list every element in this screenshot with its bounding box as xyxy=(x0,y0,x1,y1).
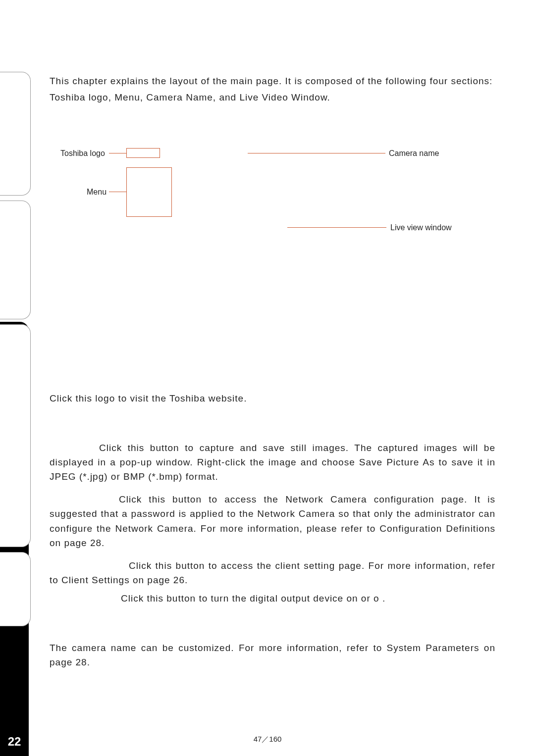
snapshot-desc: Click this button to capture and save st… xyxy=(50,441,495,484)
diagram-label-menu: Menu xyxy=(87,188,107,197)
intro-para-2: Toshiba logo, Menu, Camera Name, and Liv… xyxy=(50,91,495,105)
document-page: 22 This chapter explains the layout of t… xyxy=(0,0,535,756)
side-tab-4 xyxy=(0,552,31,626)
page-number: 22 xyxy=(8,735,21,749)
side-tab-3 xyxy=(0,324,31,547)
logo-desc: Click this logo to visit the Toshiba web… xyxy=(50,392,495,406)
camera-name-desc: The camera name can be customized. For m… xyxy=(50,641,495,670)
digital-out-desc: Click this button to turn the digital ou… xyxy=(50,591,495,605)
side-tab-1 xyxy=(0,72,31,196)
snapshot-text: Click this button to capture and save st… xyxy=(50,443,495,482)
spacer xyxy=(50,587,495,591)
client-text: Click this button to access the client s… xyxy=(50,560,495,585)
page-number-badge: 22 xyxy=(0,727,29,756)
pager: 47／160 xyxy=(0,735,535,744)
spacer xyxy=(50,263,495,392)
diagram-menu-box xyxy=(126,167,172,217)
diagram-logo-box xyxy=(126,148,160,158)
spacer xyxy=(50,551,495,558)
diagram-connector xyxy=(287,227,386,228)
digital-out-text: Click this button to turn the digital ou… xyxy=(121,593,385,604)
pager-text: 47／160 xyxy=(254,735,282,743)
client-desc: Click this button to access the client s… xyxy=(50,558,495,588)
page-content: This chapter explains the layout of the … xyxy=(50,74,495,670)
intro-para-1: This chapter explains the layout of the … xyxy=(50,74,495,89)
spacer xyxy=(50,484,495,492)
side-tab-2 xyxy=(0,201,31,319)
diagram-label-live-view: Live view window xyxy=(390,223,452,232)
config-text: Click this button to access the Network … xyxy=(50,494,495,548)
diagram-connector xyxy=(109,153,126,153)
diagram-label-camera-name: Camera name xyxy=(389,149,439,158)
config-desc: Click this button to access the Network … xyxy=(50,492,495,551)
diagram-label-toshiba-logo: Toshiba logo xyxy=(60,149,105,158)
diagram-connector xyxy=(248,153,385,153)
layout-diagram: Toshiba logo Camera name Menu Live view … xyxy=(50,134,495,263)
spacer xyxy=(50,408,495,441)
diagram-connector xyxy=(109,192,126,192)
spacer xyxy=(50,606,495,641)
